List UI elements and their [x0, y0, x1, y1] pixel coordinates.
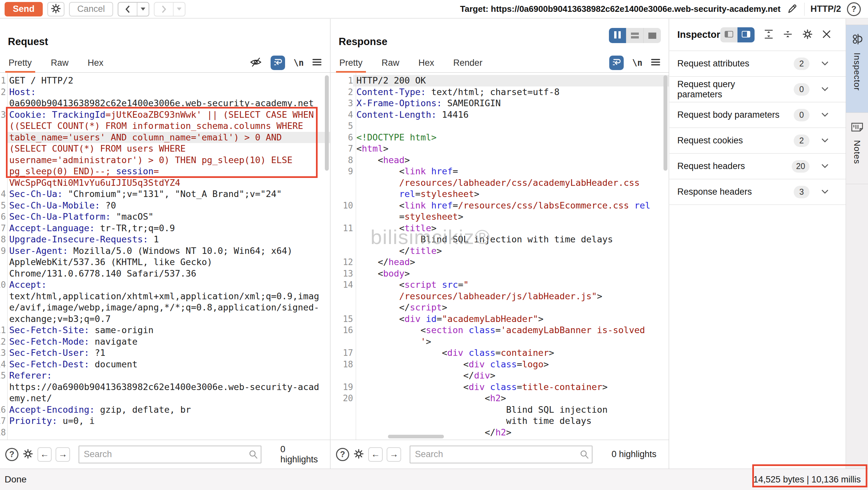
- scrollbar-thumb[interactable]: [663, 75, 668, 171]
- count-badge: 2: [794, 134, 809, 147]
- send-settings-button[interactable]: [48, 2, 64, 17]
- status-text: Done: [5, 474, 27, 485]
- expand-all-icon: [764, 29, 774, 40]
- hide-nonprintable-button[interactable]: [250, 57, 262, 69]
- square-icon: [648, 33, 656, 39]
- horizontal-scrollbar-thumb[interactable]: [388, 435, 444, 438]
- code-line: 8Upgrade-Insecure-Requests: 1: [0, 234, 330, 245]
- show-newlines-button[interactable]: \n: [632, 58, 643, 68]
- search-next-button[interactable]: →: [386, 447, 401, 462]
- request-editor[interactable]: 1GET / HTTP/22Host:0a6900b90413638982c62…: [0, 73, 330, 440]
- code-line: =stylesheet>: [331, 211, 669, 223]
- inspector-close-button[interactable]: [822, 30, 831, 40]
- code-line: 6Sec-Ch-Ua-Platform: "macOS": [0, 211, 330, 223]
- show-newlines-button[interactable]: \n: [293, 58, 304, 68]
- editor-menu-button[interactable]: [651, 58, 660, 67]
- search-prev-button[interactable]: ←: [37, 447, 52, 462]
- arrow-right-icon: →: [59, 449, 67, 459]
- code-line: rel=stylesheet>: [331, 188, 669, 200]
- code-line: 16 <section class='academyLabBanner is-s…: [331, 325, 669, 336]
- layout-single-button[interactable]: [644, 28, 661, 43]
- code-line: emy.net/: [0, 393, 330, 404]
- tab-render[interactable]: Render: [454, 54, 483, 72]
- search-prev-button[interactable]: ←: [368, 447, 383, 462]
- search-settings-button[interactable]: [353, 448, 364, 461]
- code-line: 4Content-Length: 14416: [331, 109, 669, 121]
- send-button[interactable]: Send: [5, 2, 43, 17]
- code-line: 6<!DOCTYPE html>: [331, 132, 669, 143]
- section-request-cookies[interactable]: Request cookies 2: [670, 128, 846, 154]
- gutter-divider: [7, 73, 7, 440]
- rows-icon: [631, 31, 639, 40]
- layout-rows-button[interactable]: [626, 28, 644, 43]
- section-request-attributes[interactable]: Request attributes 2: [670, 51, 846, 76]
- tab-raw[interactable]: Raw: [51, 54, 69, 72]
- tab-hex[interactable]: Hex: [88, 54, 103, 72]
- spy-icon: [850, 32, 864, 48]
- caret-down-icon: [141, 7, 145, 10]
- code-line: table_name='users' AND column_name='emai…: [0, 132, 330, 143]
- sidebar-right-icon: [742, 31, 750, 39]
- search-help-icon[interactable]: ?: [336, 448, 349, 461]
- wrap-arrow-icon: [273, 58, 283, 68]
- cancel-button[interactable]: Cancel: [69, 2, 113, 17]
- response-panel-title: Response: [339, 36, 387, 48]
- section-label: Request headers: [677, 161, 780, 171]
- close-icon: [822, 30, 831, 40]
- forward-dropdown-button[interactable]: [173, 3, 185, 16]
- response-viewer[interactable]: 1HTTP/2 200 OK2Content-Type: text/html; …: [331, 73, 669, 440]
- dock-right-button[interactable]: [738, 27, 754, 42]
- code-line: Chrome/131.0.6778.140 Safari/537.36: [0, 268, 330, 279]
- collapse-all-button[interactable]: [783, 29, 793, 40]
- history-forward-button[interactable]: [154, 2, 185, 17]
- word-wrap-button[interactable]: [609, 56, 624, 70]
- side-tab-notes[interactable]: Notes: [846, 113, 868, 184]
- back-dropdown-button[interactable]: [137, 3, 149, 16]
- side-tab-inspector[interactable]: Inspector: [846, 25, 868, 113]
- code-line: 9 <link href=: [331, 166, 669, 177]
- code-line: 5: [331, 120, 669, 132]
- tab-pretty[interactable]: Pretty: [339, 54, 363, 72]
- history-back-button[interactable]: [118, 2, 149, 17]
- search-settings-button[interactable]: [22, 448, 34, 461]
- search-next-button[interactable]: →: [56, 447, 70, 462]
- code-line: 17Priority: u=0, i: [0, 415, 330, 427]
- status-bar: Done 14,525 bytes | 10,136 millis: [0, 469, 868, 490]
- word-wrap-button[interactable]: [271, 56, 285, 70]
- code-line: 10 <link href=/resources/css/labsEcommer…: [331, 200, 669, 211]
- inspector-settings-button[interactable]: [802, 29, 813, 41]
- tab-pretty[interactable]: Pretty: [8, 54, 32, 72]
- protocol-selector[interactable]: HTTP/2: [810, 4, 841, 14]
- chevron-down-icon: [821, 138, 829, 144]
- chevron-down-icon: [821, 163, 829, 170]
- editor-menu-button[interactable]: [312, 58, 321, 67]
- layout-columns-button[interactable]: [609, 28, 626, 43]
- search-help-icon[interactable]: ?: [5, 448, 19, 461]
- code-line: 1HTTP/2 200 OK: [331, 75, 669, 87]
- expand-all-button[interactable]: [764, 29, 774, 40]
- target-url: Target: https://0a6900b90413638982c62e14…: [460, 4, 780, 14]
- section-label: Request body parameters: [677, 110, 782, 120]
- code-line: 13 <body>: [331, 268, 669, 279]
- dock-left-button[interactable]: [720, 27, 738, 42]
- help-icon[interactable]: ?: [847, 2, 861, 16]
- section-request-headers[interactable]: Request headers 20: [670, 154, 846, 179]
- code-line: 1GET / HTTP/2: [0, 75, 330, 87]
- tab-hex[interactable]: Hex: [418, 54, 434, 72]
- tab-raw[interactable]: Raw: [382, 54, 400, 72]
- toolbar: Send Cancel Target: https://0a6900b90413…: [0, 0, 868, 19]
- section-response-headers[interactable]: Response headers 3: [670, 179, 846, 205]
- edit-target-button[interactable]: [786, 3, 798, 16]
- collapse-all-icon: [783, 29, 793, 40]
- code-line: 11 <title>: [331, 223, 669, 234]
- chevron-right-icon: [155, 3, 173, 16]
- search-input[interactable]: [79, 446, 261, 463]
- section-request-query-parameters[interactable]: Request query parameters 0: [670, 76, 846, 102]
- request-view-options: \n: [250, 56, 321, 70]
- toolbar-divider: [804, 3, 805, 16]
- section-request-body-parameters[interactable]: Request body parameters 0: [670, 102, 846, 128]
- scrollbar-thumb[interactable]: [325, 75, 329, 171]
- search-input[interactable]: [410, 446, 592, 463]
- code-line: VWcSpPGqtNi0M1vYu6uIJIU5q3StdYZ4: [0, 177, 330, 189]
- section-label: Request cookies: [677, 135, 782, 146]
